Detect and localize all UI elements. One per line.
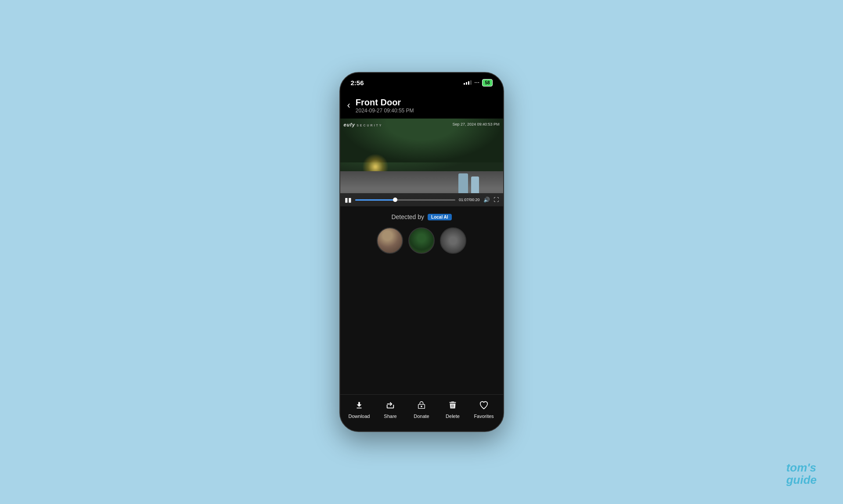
page-title: Front Door (356, 97, 414, 108)
status-time: 2:56 (351, 79, 364, 86)
back-button[interactable]: ‹ (347, 100, 350, 111)
donate-label: Donate (414, 414, 429, 419)
status-icons: ⋅⋅⋅ 58 (464, 79, 492, 86)
delete-icon (448, 400, 458, 412)
signal-icon (464, 80, 472, 85)
video-time: 01:07/00:20 (459, 198, 480, 202)
battery-icon: 58 (482, 79, 492, 86)
delete-button[interactable]: Delete (441, 400, 465, 419)
header-date: 2024-09-27 09:40:55 PM (356, 108, 414, 114)
header: ‹ Front Door 2024-09-27 09:40:55 PM (340, 92, 503, 119)
header-info: Front Door 2024-09-27 09:40:55 PM (356, 97, 414, 114)
video-timestamp: Sep 27, 2024 09:40:53 PM (452, 122, 499, 126)
download-button[interactable]: Download (347, 400, 371, 419)
wifi-icon: ⋅⋅⋅ (474, 79, 479, 86)
detected-by-row: Detected by Local AI (347, 213, 496, 220)
delete-label: Delete (446, 414, 460, 419)
pause-button[interactable]: ▮▮ (345, 196, 352, 203)
download-icon (354, 400, 364, 412)
share-icon (385, 400, 395, 412)
eufy-watermark: eufy SECURITY (344, 122, 383, 127)
person-figure-1 (458, 173, 468, 193)
donate-button[interactable]: Donate (410, 400, 434, 419)
content-area: Detected by Local AI (340, 206, 503, 394)
download-label: Download (349, 414, 370, 419)
fullscreen-icon[interactable]: ⛶ (494, 197, 499, 203)
progress-bar[interactable] (355, 199, 455, 201)
toms-guide-watermark: tom's guide (786, 461, 817, 486)
volume-icon[interactable]: 🔊 (483, 197, 490, 203)
person-figure-2 (471, 176, 479, 193)
share-button[interactable]: Share (378, 400, 403, 419)
progress-fill (355, 199, 395, 201)
phone-frame: 2:56 ⋅⋅⋅ 58 ‹ Front Door 2024-09-27 09:4… (339, 72, 504, 432)
thumbnails-row (347, 227, 496, 254)
status-bar: 2:56 ⋅⋅⋅ 58 (340, 73, 503, 92)
donate-icon (417, 400, 426, 412)
thumbnail-1[interactable] (377, 227, 403, 254)
local-ai-badge: Local AI (428, 214, 452, 220)
video-controls: ▮▮ 01:07/00:20 🔊 ⛶ (340, 193, 503, 206)
thumbnail-2[interactable] (408, 227, 435, 254)
progress-dot (393, 198, 397, 202)
bottom-toolbar: Download Share Donate (340, 394, 503, 431)
share-label: Share (384, 414, 396, 419)
svg-point-1 (421, 405, 422, 407)
favorites-button[interactable]: Favorites (472, 400, 496, 419)
thumbnail-3[interactable] (440, 227, 466, 254)
video-player[interactable]: eufy SECURITY Sep 27, 2024 09:40:53 PM ▮… (340, 119, 503, 206)
detected-text: Detected by (391, 213, 424, 220)
favorites-icon (479, 400, 489, 412)
favorites-label: Favorites (474, 414, 494, 419)
